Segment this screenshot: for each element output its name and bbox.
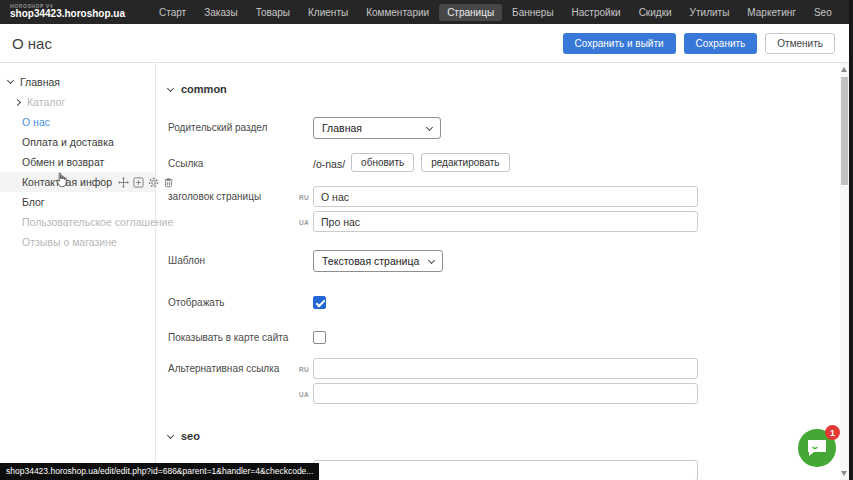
edit-form: common Родительский раздел Главная Ссылк…	[156, 63, 853, 480]
status-url-bar: shop34423.horoshop.ua/edit/edit.php?id=6…	[0, 463, 319, 480]
nav-item[interactable]: Клиенты	[300, 4, 356, 21]
sidebar-item-label: Отзывы о магазине	[22, 236, 117, 248]
sidebar-item[interactable]: Пользовательское соглашение	[0, 212, 155, 232]
lang-ru-badge: RU	[294, 358, 309, 373]
save-button[interactable]: Сохранить	[684, 33, 758, 54]
topbar-nav: СтартЗаказыТоварыКлиентыКомментарииСтран…	[151, 4, 853, 21]
field-alt-link-ua: UA	[168, 383, 853, 404]
add-icon[interactable]	[133, 177, 144, 188]
sidebar-item[interactable]: Контактная инфор	[0, 172, 155, 192]
sidebar-item-label: Блог	[22, 196, 45, 208]
logo[interactable]: HOROSHOP V4 shop34423.horoshop.ua	[10, 4, 125, 20]
section-seo-label: seo	[181, 430, 200, 442]
field-label: Шаблон	[168, 250, 294, 266]
scrollbar-thumb[interactable]	[841, 77, 848, 185]
chevron-down-icon[interactable]	[7, 77, 14, 84]
sidebar-item[interactable]: Главная	[0, 72, 155, 92]
parent-section-select[interactable]: Главная	[313, 117, 441, 139]
alt-link-ua-input[interactable]	[313, 383, 698, 404]
field-page-title-ru: заголовок страницы RU	[168, 186, 853, 207]
display-checkbox[interactable]	[313, 296, 326, 309]
nav-item[interactable]: Заказы	[196, 4, 245, 21]
field-label: Отображать	[168, 292, 294, 308]
chevron-down-icon	[167, 431, 174, 438]
chevron-down-icon	[426, 123, 433, 130]
sidebar-item-label: О нас	[22, 116, 50, 128]
field-label: Альтернативная ссылка	[168, 358, 294, 374]
field-label: заголовок страницы	[168, 186, 294, 202]
nav-item[interactable]: Товары	[248, 4, 298, 21]
field-parent-section: Родительский раздел Главная	[168, 117, 853, 139]
sidebar-item[interactable]: Блог	[0, 192, 155, 212]
sidebar-item[interactable]: Обмен и возврат	[0, 152, 155, 172]
field-template: Шаблон Текстовая страница	[168, 250, 853, 272]
nav-item[interactable]: Настройки	[564, 4, 629, 21]
topbar: HOROSHOP V4 shop34423.horoshop.ua СтартЗ…	[0, 0, 853, 24]
header-buttons: Сохранить и выйти Сохранить Отменить	[563, 33, 836, 54]
alt-link-ru-input[interactable]	[313, 358, 698, 379]
field-link: Ссылка /o-nas/ обновить редактировать	[168, 153, 853, 172]
sidebar-item[interactable]: Каталог	[0, 92, 155, 112]
cancel-button[interactable]: Отменить	[765, 33, 835, 54]
sitemap-checkbox[interactable]	[313, 331, 326, 344]
field-alt-link-ru: Альтернативная ссылка RU	[168, 358, 853, 379]
field-display: Отображать	[168, 292, 853, 309]
field-sitemap: Показывать в карте сайта	[168, 327, 853, 344]
nav-item[interactable]: Скидки	[631, 4, 680, 21]
scroll-down-arrow[interactable]	[841, 471, 847, 476]
page-title-ru-input[interactable]	[313, 186, 698, 207]
field-label: Показывать в карте сайта	[168, 327, 294, 343]
chevron-down-icon	[428, 256, 435, 263]
chevron-down-icon	[167, 84, 174, 91]
lang-ua-badge: UA	[294, 211, 309, 226]
nav-item[interactable]: Seo	[806, 4, 840, 21]
template-select[interactable]: Текстовая страница	[313, 250, 443, 272]
section-common-label: common	[181, 83, 227, 95]
section-common[interactable]: common	[168, 83, 853, 95]
nav-item[interactable]: Баннеры	[504, 4, 561, 21]
sidebar-item-label: Оплата и доставка	[22, 136, 114, 148]
vertical-scrollbar[interactable]	[840, 63, 849, 480]
page-tree-sidebar: ГлавнаяКаталогО насОплата и доставкаОбме…	[0, 63, 156, 480]
screen-right-edge	[849, 0, 853, 480]
move-icon[interactable]	[118, 177, 129, 188]
nav-item[interactable]: Утилиты	[682, 4, 738, 21]
save-and-exit-button[interactable]: Сохранить и выйти	[563, 33, 676, 54]
lang-ua-badge: UA	[294, 383, 309, 398]
sidebar-item[interactable]: Оплата и доставка	[0, 132, 155, 152]
sidebar-item-label: Контактная инфор	[22, 176, 112, 188]
edit-link-button[interactable]: редактировать	[421, 153, 509, 172]
template-value: Текстовая страница	[322, 255, 419, 267]
content: ГлавнаяКаталогО насОплата и доставкаОбме…	[0, 63, 853, 480]
nav-item[interactable]: Страницы	[439, 4, 502, 21]
page-header: О нас Сохранить и выйти Сохранить Отмени…	[0, 24, 853, 63]
nav-item[interactable]: Маркетинг	[739, 4, 804, 21]
lang-ru-badge: RU	[294, 186, 309, 201]
logo-domain: shop34423.horoshop.ua	[10, 9, 125, 20]
parent-section-value: Главная	[322, 122, 362, 134]
sidebar-item[interactable]: О нас	[0, 112, 155, 132]
field-label: Ссылка	[168, 153, 294, 169]
chat-widget-button[interactable]: 1	[798, 429, 836, 467]
sidebar-item[interactable]: Отзывы о магазине	[0, 232, 155, 252]
sidebar-item-label: Пользовательское соглашение	[22, 216, 173, 228]
page-title: О нас	[12, 35, 52, 52]
html-title-ru-input[interactable]	[313, 460, 698, 480]
sidebar-item-label: Главная	[20, 76, 60, 88]
chat-bubble-icon	[806, 438, 828, 458]
field-page-title-ua: UA	[168, 211, 853, 232]
link-path: /o-nas/	[313, 153, 345, 170]
nav-item[interactable]: Комментарии	[358, 4, 437, 21]
scroll-up-arrow[interactable]	[841, 67, 847, 72]
section-seo[interactable]: seo	[168, 430, 853, 442]
field-label: Родительский раздел	[168, 117, 294, 133]
sidebar-item-label: Каталог	[27, 96, 65, 108]
update-link-button[interactable]: обновить	[351, 153, 414, 172]
chevron-right-icon[interactable]	[14, 98, 21, 105]
page-title-ua-input[interactable]	[313, 211, 698, 232]
chat-unread-badge: 1	[825, 425, 840, 440]
sidebar-item-label: Обмен и возврат	[22, 156, 104, 168]
nav-item[interactable]: Старт	[151, 4, 194, 21]
